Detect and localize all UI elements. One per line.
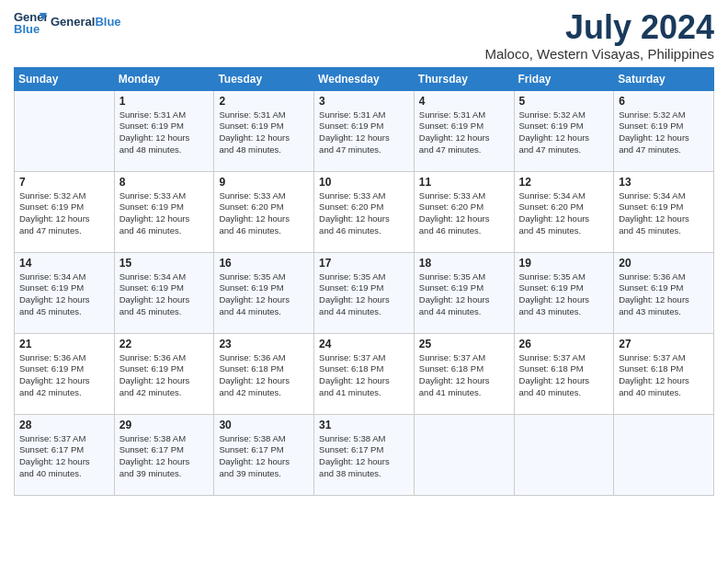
svg-text:Blue: Blue bbox=[14, 22, 40, 35]
calendar-cell: 8Sunrise: 5:33 AMSunset: 6:19 PMDaylight… bbox=[114, 171, 214, 252]
calendar-week-5: 28Sunrise: 5:37 AMSunset: 6:17 PMDayligh… bbox=[15, 414, 714, 495]
page-header: General Blue GeneralBlue July 2024 Maloc… bbox=[14, 9, 714, 62]
calendar-cell: 19Sunrise: 5:35 AMSunset: 6:19 PMDayligh… bbox=[514, 252, 614, 333]
day-number: 4 bbox=[419, 95, 509, 108]
header-monday: Monday bbox=[114, 67, 214, 90]
day-number: 30 bbox=[219, 419, 309, 431]
day-number: 10 bbox=[319, 176, 409, 189]
day-number: 8 bbox=[119, 176, 210, 189]
logo: General Blue GeneralBlue bbox=[14, 9, 121, 35]
calendar-cell: 3Sunrise: 5:31 AMSunset: 6:19 PMDaylight… bbox=[314, 90, 415, 171]
calendar-week-4: 21Sunrise: 5:36 AMSunset: 6:19 PMDayligh… bbox=[15, 333, 714, 414]
cell-info: Sunrise: 5:37 AMSunset: 6:17 PMDaylight:… bbox=[19, 433, 109, 480]
day-number: 31 bbox=[319, 419, 409, 431]
calendar-cell bbox=[15, 90, 115, 171]
calendar-table: SundayMondayTuesdayWednesdayThursdayFrid… bbox=[14, 67, 714, 496]
day-number: 11 bbox=[419, 176, 509, 189]
calendar-cell: 26Sunrise: 5:37 AMSunset: 6:18 PMDayligh… bbox=[514, 333, 614, 414]
cell-info: Sunrise: 5:34 AMSunset: 6:19 PMDaylight:… bbox=[119, 271, 210, 318]
header-saturday: Saturday bbox=[614, 67, 714, 90]
calendar-cell: 15Sunrise: 5:34 AMSunset: 6:19 PMDayligh… bbox=[114, 252, 214, 333]
cell-info: Sunrise: 5:31 AMSunset: 6:19 PMDaylight:… bbox=[219, 109, 309, 156]
day-number: 15 bbox=[119, 257, 210, 270]
calendar-cell: 6Sunrise: 5:32 AMSunset: 6:19 PMDaylight… bbox=[614, 90, 714, 171]
cell-info: Sunrise: 5:31 AMSunset: 6:19 PMDaylight:… bbox=[119, 109, 210, 156]
header-thursday: Thursday bbox=[414, 67, 514, 90]
day-number: 9 bbox=[219, 176, 309, 189]
calendar-cell: 22Sunrise: 5:36 AMSunset: 6:19 PMDayligh… bbox=[114, 333, 214, 414]
calendar-cell: 23Sunrise: 5:36 AMSunset: 6:18 PMDayligh… bbox=[214, 333, 314, 414]
day-number: 19 bbox=[519, 257, 609, 270]
day-number: 12 bbox=[519, 176, 609, 189]
calendar-cell: 1Sunrise: 5:31 AMSunset: 6:19 PMDaylight… bbox=[114, 90, 214, 171]
calendar-cell: 18Sunrise: 5:35 AMSunset: 6:19 PMDayligh… bbox=[414, 252, 514, 333]
cell-info: Sunrise: 5:35 AMSunset: 6:19 PMDaylight:… bbox=[219, 271, 309, 318]
calendar-header-row: SundayMondayTuesdayWednesdayThursdayFrid… bbox=[15, 67, 714, 90]
cell-info: Sunrise: 5:35 AMSunset: 6:19 PMDaylight:… bbox=[419, 271, 509, 318]
calendar-cell: 27Sunrise: 5:37 AMSunset: 6:18 PMDayligh… bbox=[614, 333, 714, 414]
day-number: 5 bbox=[519, 95, 609, 108]
day-number: 20 bbox=[619, 257, 709, 270]
cell-info: Sunrise: 5:32 AMSunset: 6:19 PMDaylight:… bbox=[19, 190, 109, 237]
cell-info: Sunrise: 5:33 AMSunset: 6:20 PMDaylight:… bbox=[319, 190, 409, 237]
cell-info: Sunrise: 5:37 AMSunset: 6:18 PMDaylight:… bbox=[519, 352, 609, 399]
cell-info: Sunrise: 5:38 AMSunset: 6:17 PMDaylight:… bbox=[119, 433, 210, 480]
logo-text: GeneralBlue bbox=[51, 15, 121, 29]
calendar-cell: 24Sunrise: 5:37 AMSunset: 6:18 PMDayligh… bbox=[314, 333, 415, 414]
calendar-week-2: 7Sunrise: 5:32 AMSunset: 6:19 PMDaylight… bbox=[15, 171, 714, 252]
day-number: 16 bbox=[219, 257, 309, 270]
day-number: 21 bbox=[19, 338, 109, 350]
cell-info: Sunrise: 5:31 AMSunset: 6:19 PMDaylight:… bbox=[319, 109, 409, 156]
calendar-cell: 13Sunrise: 5:34 AMSunset: 6:19 PMDayligh… bbox=[614, 171, 714, 252]
calendar-week-1: 1Sunrise: 5:31 AMSunset: 6:19 PMDaylight… bbox=[15, 90, 714, 171]
day-number: 27 bbox=[619, 338, 709, 350]
cell-info: Sunrise: 5:37 AMSunset: 6:18 PMDaylight:… bbox=[319, 352, 409, 399]
title-area: July 2024 Maloco, Western Visayas, Phili… bbox=[484, 9, 714, 62]
calendar-cell bbox=[614, 414, 714, 495]
calendar-cell: 11Sunrise: 5:33 AMSunset: 6:20 PMDayligh… bbox=[414, 171, 514, 252]
calendar-cell: 30Sunrise: 5:38 AMSunset: 6:17 PMDayligh… bbox=[214, 414, 314, 495]
calendar-cell: 28Sunrise: 5:37 AMSunset: 6:17 PMDayligh… bbox=[15, 414, 115, 495]
calendar-cell bbox=[514, 414, 614, 495]
day-number: 23 bbox=[219, 338, 309, 350]
cell-info: Sunrise: 5:31 AMSunset: 6:19 PMDaylight:… bbox=[419, 109, 509, 156]
day-number: 3 bbox=[319, 95, 409, 108]
day-number: 14 bbox=[19, 257, 109, 270]
calendar-cell: 2Sunrise: 5:31 AMSunset: 6:19 PMDaylight… bbox=[214, 90, 314, 171]
month-title: July 2024 bbox=[484, 9, 714, 46]
calendar-cell: 14Sunrise: 5:34 AMSunset: 6:19 PMDayligh… bbox=[15, 252, 115, 333]
calendar-cell: 31Sunrise: 5:38 AMSunset: 6:17 PMDayligh… bbox=[314, 414, 415, 495]
calendar-cell: 16Sunrise: 5:35 AMSunset: 6:19 PMDayligh… bbox=[214, 252, 314, 333]
calendar-cell: 25Sunrise: 5:37 AMSunset: 6:18 PMDayligh… bbox=[414, 333, 514, 414]
day-number: 29 bbox=[119, 419, 210, 431]
cell-info: Sunrise: 5:36 AMSunset: 6:19 PMDaylight:… bbox=[119, 352, 210, 399]
calendar-cell: 12Sunrise: 5:34 AMSunset: 6:20 PMDayligh… bbox=[514, 171, 614, 252]
calendar-cell: 10Sunrise: 5:33 AMSunset: 6:20 PMDayligh… bbox=[314, 171, 415, 252]
header-sunday: Sunday bbox=[15, 67, 115, 90]
calendar-cell: 9Sunrise: 5:33 AMSunset: 6:20 PMDaylight… bbox=[214, 171, 314, 252]
cell-info: Sunrise: 5:34 AMSunset: 6:19 PMDaylight:… bbox=[619, 190, 709, 237]
cell-info: Sunrise: 5:36 AMSunset: 6:19 PMDaylight:… bbox=[19, 352, 109, 399]
cell-info: Sunrise: 5:35 AMSunset: 6:19 PMDaylight:… bbox=[319, 271, 409, 318]
cell-info: Sunrise: 5:34 AMSunset: 6:19 PMDaylight:… bbox=[19, 271, 109, 318]
cell-info: Sunrise: 5:37 AMSunset: 6:18 PMDaylight:… bbox=[619, 352, 709, 399]
day-number: 17 bbox=[319, 257, 409, 270]
calendar-body: 1Sunrise: 5:31 AMSunset: 6:19 PMDaylight… bbox=[15, 90, 714, 495]
calendar-cell: 29Sunrise: 5:38 AMSunset: 6:17 PMDayligh… bbox=[114, 414, 214, 495]
cell-info: Sunrise: 5:33 AMSunset: 6:20 PMDaylight:… bbox=[419, 190, 509, 237]
day-number: 2 bbox=[219, 95, 309, 108]
calendar-cell: 21Sunrise: 5:36 AMSunset: 6:19 PMDayligh… bbox=[15, 333, 115, 414]
day-number: 7 bbox=[19, 176, 109, 189]
day-number: 6 bbox=[619, 95, 709, 108]
location-title: Maloco, Western Visayas, Philippines bbox=[484, 46, 714, 62]
calendar-cell bbox=[414, 414, 514, 495]
cell-info: Sunrise: 5:36 AMSunset: 6:18 PMDaylight:… bbox=[219, 352, 309, 399]
calendar-cell: 5Sunrise: 5:32 AMSunset: 6:19 PMDaylight… bbox=[514, 90, 614, 171]
calendar-week-3: 14Sunrise: 5:34 AMSunset: 6:19 PMDayligh… bbox=[15, 252, 714, 333]
header-friday: Friday bbox=[514, 67, 614, 90]
day-number: 26 bbox=[519, 338, 609, 350]
day-number: 25 bbox=[419, 338, 509, 350]
cell-info: Sunrise: 5:35 AMSunset: 6:19 PMDaylight:… bbox=[519, 271, 609, 318]
day-number: 28 bbox=[19, 419, 109, 431]
calendar-cell: 20Sunrise: 5:36 AMSunset: 6:19 PMDayligh… bbox=[614, 252, 714, 333]
